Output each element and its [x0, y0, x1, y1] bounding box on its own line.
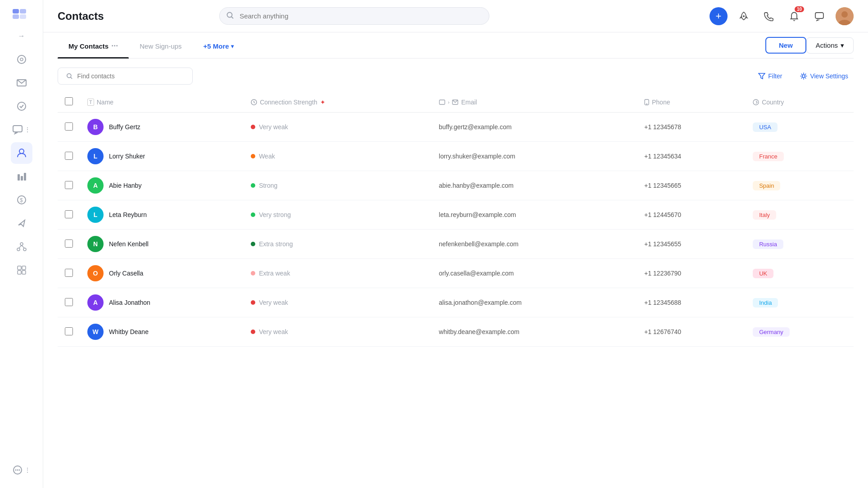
sidebar-item-chat[interactable]: ⋮: [11, 119, 32, 140]
country-cell: France: [746, 142, 854, 171]
actions-button[interactable]: Actions ▾: [806, 37, 854, 54]
logo[interactable]: [13, 7, 31, 22]
col-phone: Phone: [637, 92, 746, 113]
search-input[interactable]: [219, 7, 489, 25]
name-sort-icon: T: [87, 99, 94, 106]
contact-avatar: L: [87, 207, 104, 223]
country-cell: Germany: [746, 317, 854, 347]
strength-dot: [251, 271, 255, 276]
country-cell: Italy: [746, 200, 854, 230]
phone-cell: +1 12236790: [637, 259, 746, 288]
email-cell: abie.hanby@example.com: [432, 171, 637, 200]
svg-rect-1: [20, 9, 26, 14]
svg-line-18: [19, 245, 22, 248]
row-checkbox[interactable]: [65, 210, 73, 218]
find-contacts-icon: [66, 72, 73, 80]
strength-cell: Extra strong: [244, 230, 432, 259]
strength-cell: Strong: [244, 171, 432, 200]
svg-point-15: [20, 243, 23, 245]
name-cell: W Whitby Deane: [80, 317, 244, 347]
new-button[interactable]: New: [765, 37, 806, 54]
sidebar-item-more[interactable]: ⋮: [11, 459, 32, 481]
page-title: Contacts: [58, 10, 104, 23]
country-badge: Russia: [753, 239, 783, 249]
row-checkbox[interactable]: [65, 298, 73, 306]
name-cell: O Orly Casella: [80, 259, 244, 288]
sidebar-item-widgets[interactable]: [11, 259, 32, 281]
row-checkbox[interactable]: [65, 122, 73, 131]
email-col-icon: [439, 99, 445, 105]
svg-rect-11: [21, 176, 23, 181]
tab-my-contacts[interactable]: My Contacts ···: [58, 32, 129, 58]
svg-point-17: [23, 248, 26, 251]
chat-icon-button[interactable]: [810, 7, 828, 25]
country-badge: India: [753, 298, 778, 307]
strength-cell: Very strong: [244, 200, 432, 230]
filter-icon: [758, 72, 765, 80]
country-icon: [753, 99, 759, 105]
col-name: T Name: [80, 92, 244, 113]
sidebar-item-mail[interactable]: [11, 72, 32, 94]
contact-name: Orly Casella: [109, 270, 143, 277]
svg-marker-37: [759, 73, 765, 79]
row-checkbox[interactable]: [65, 269, 73, 277]
country-cell: India: [746, 288, 854, 317]
sidebar-item-marketing[interactable]: [11, 212, 32, 234]
phone-cell: +1 12345634: [637, 142, 746, 171]
contact-avatar: B: [87, 119, 104, 135]
svg-point-33: [841, 11, 848, 18]
svg-rect-10: [18, 174, 20, 181]
view-settings-button[interactable]: View Settings: [795, 70, 854, 82]
sidebar-collapse-button[interactable]: →: [14, 29, 29, 43]
country-badge: Italy: [753, 210, 776, 220]
find-contacts-search[interactable]: [58, 68, 193, 85]
svg-rect-31: [815, 13, 823, 18]
rocket-icon-button[interactable]: [735, 7, 753, 25]
global-search-bar: [219, 7, 489, 25]
sidebar-item-finance[interactable]: $: [11, 189, 32, 211]
row-checkbox[interactable]: [65, 152, 73, 160]
sidebar-item-dashboard[interactable]: [11, 49, 32, 70]
find-contacts-input[interactable]: [77, 72, 185, 80]
col-connection-strength: Connection Strength ✦: [244, 92, 432, 113]
svg-point-9: [19, 149, 24, 154]
avatar[interactable]: [836, 7, 854, 25]
add-button[interactable]: +: [710, 7, 728, 25]
svg-point-27: [18, 470, 20, 471]
notification-icon-button[interactable]: 10: [785, 7, 803, 25]
content-area: My Contacts ··· New Sign-ups +5 More ▾ N…: [43, 32, 868, 488]
svg-rect-0: [13, 9, 19, 14]
tab-new-signups[interactable]: New Sign-ups: [129, 33, 192, 57]
sidebar-item-tasks[interactable]: [11, 95, 32, 117]
row-checkbox[interactable]: [65, 327, 73, 335]
filter-button[interactable]: Filter: [753, 70, 787, 82]
contact-name: Buffy Gertz: [109, 123, 140, 131]
name-cell: B Buffy Gertz: [80, 113, 244, 142]
contact-avatar: L: [87, 148, 104, 164]
country-badge: Germany: [753, 327, 789, 337]
tab-more-dropdown[interactable]: +5 More ▾: [193, 33, 244, 57]
name-cell: A Alisa Jonathon: [80, 288, 244, 317]
contact-avatar: O: [87, 265, 104, 281]
contact-name: Whitby Deane: [109, 328, 149, 335]
strength-dot: [251, 300, 255, 305]
email-cell: buffy.gertz@example.com: [432, 113, 637, 142]
sidebar-item-contacts[interactable]: [11, 142, 32, 164]
chevron-down-icon: ▾: [231, 43, 234, 50]
phone-icon-button[interactable]: [760, 7, 778, 25]
email-col2-icon: [452, 99, 458, 105]
sparkle-icon: ✦: [320, 99, 326, 106]
contacts-table: T Name Connection Strength ✦: [58, 92, 854, 347]
tab-more-options-icon[interactable]: ···: [111, 41, 118, 51]
strength-dot: [251, 242, 255, 246]
select-all-checkbox[interactable]: [65, 97, 73, 105]
sidebar-item-deals[interactable]: [11, 166, 32, 187]
svg-line-36: [71, 77, 72, 79]
row-checkbox[interactable]: [65, 239, 73, 248]
search-icon: [226, 12, 234, 21]
sidebar-item-network[interactable]: [11, 236, 32, 258]
settings-icon: [800, 72, 807, 80]
svg-text:$: $: [20, 197, 23, 203]
row-checkbox[interactable]: [65, 181, 73, 189]
strength-cell: Very weak: [244, 113, 432, 142]
